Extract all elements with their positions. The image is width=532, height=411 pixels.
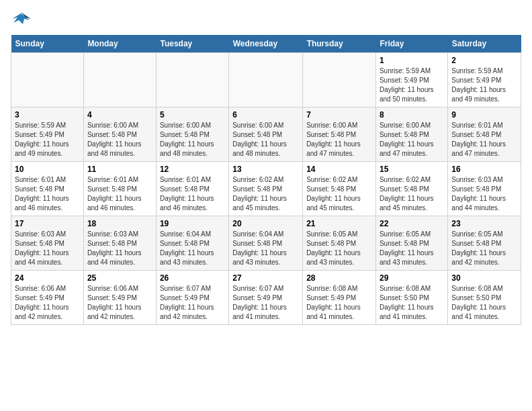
calendar-cell: 26Sunrise: 6:07 AM Sunset: 5:49 PM Dayli…: [156, 271, 228, 325]
calendar-cell: 21Sunrise: 6:05 AM Sunset: 5:48 PM Dayli…: [303, 216, 376, 271]
calendar-cell: 27Sunrise: 6:07 AM Sunset: 5:49 PM Dayli…: [229, 271, 303, 325]
calendar-cell: 11Sunrise: 6:01 AM Sunset: 5:48 PM Dayli…: [83, 162, 156, 216]
day-info: Sunrise: 6:01 AM Sunset: 5:48 PM Dayligh…: [87, 175, 152, 213]
day-number: 17: [15, 219, 80, 228]
weekday-header: Thursday: [303, 35, 376, 53]
calendar-cell: 10Sunrise: 6:01 AM Sunset: 5:48 PM Dayli…: [11, 162, 84, 216]
day-number: 15: [380, 165, 444, 174]
day-number: 29: [380, 273, 444, 283]
day-info: Sunrise: 5:59 AM Sunset: 5:49 PM Dayligh…: [380, 66, 444, 104]
day-number: 22: [380, 219, 444, 228]
calendar-cell: [11, 53, 84, 107]
page-header: [11, 11, 521, 27]
day-number: 19: [160, 219, 225, 228]
calendar-cell: [229, 53, 303, 107]
day-number: 27: [232, 273, 299, 283]
day-info: Sunrise: 6:04 AM Sunset: 5:48 PM Dayligh…: [232, 230, 299, 267]
day-info: Sunrise: 6:03 AM Sunset: 5:48 PM Dayligh…: [451, 175, 517, 213]
day-number: 1: [380, 56, 444, 65]
day-info: Sunrise: 6:07 AM Sunset: 5:49 PM Dayligh…: [160, 284, 225, 322]
day-number: 3: [15, 110, 80, 120]
calendar-table: SundayMondayTuesdayWednesdayThursdayFrid…: [11, 35, 521, 325]
day-number: 25: [87, 273, 152, 283]
calendar-cell: 8Sunrise: 6:00 AM Sunset: 5:48 PM Daylig…: [375, 107, 447, 162]
day-info: Sunrise: 6:07 AM Sunset: 5:49 PM Dayligh…: [232, 284, 299, 322]
svg-marker-0: [12, 13, 30, 24]
day-number: 26: [160, 273, 225, 283]
calendar-cell: 20Sunrise: 6:04 AM Sunset: 5:48 PM Dayli…: [229, 216, 303, 271]
day-info: Sunrise: 6:06 AM Sunset: 5:49 PM Dayligh…: [15, 284, 80, 322]
day-number: 2: [451, 56, 517, 65]
weekday-header: Wednesday: [229, 35, 303, 53]
day-number: 7: [306, 110, 372, 120]
calendar-cell: 29Sunrise: 6:08 AM Sunset: 5:50 PM Dayli…: [375, 271, 447, 325]
day-info: Sunrise: 5:59 AM Sunset: 5:49 PM Dayligh…: [451, 66, 517, 104]
calendar-cell: 25Sunrise: 6:06 AM Sunset: 5:49 PM Dayli…: [83, 271, 156, 325]
calendar-cell: 12Sunrise: 6:01 AM Sunset: 5:48 PM Dayli…: [156, 162, 228, 216]
day-info: Sunrise: 6:08 AM Sunset: 5:50 PM Dayligh…: [380, 284, 444, 322]
day-info: Sunrise: 6:00 AM Sunset: 5:48 PM Dayligh…: [232, 121, 299, 158]
day-info: Sunrise: 6:05 AM Sunset: 5:48 PM Dayligh…: [451, 230, 517, 267]
day-info: Sunrise: 6:02 AM Sunset: 5:48 PM Dayligh…: [306, 175, 372, 213]
calendar-cell: 16Sunrise: 6:03 AM Sunset: 5:48 PM Dayli…: [448, 162, 521, 216]
calendar-cell: 6Sunrise: 6:00 AM Sunset: 5:48 PM Daylig…: [229, 107, 303, 162]
day-info: Sunrise: 6:03 AM Sunset: 5:48 PM Dayligh…: [15, 230, 80, 267]
day-number: 30: [451, 273, 517, 283]
calendar-cell: 7Sunrise: 6:00 AM Sunset: 5:48 PM Daylig…: [303, 107, 376, 162]
day-number: 20: [232, 219, 299, 228]
calendar-cell: 15Sunrise: 6:02 AM Sunset: 5:48 PM Dayli…: [375, 162, 447, 216]
day-number: 14: [306, 165, 372, 174]
day-number: 11: [87, 165, 152, 174]
day-number: 5: [160, 110, 225, 120]
day-info: Sunrise: 6:08 AM Sunset: 5:49 PM Dayligh…: [306, 284, 372, 322]
day-number: 24: [15, 273, 80, 283]
calendar-cell: [303, 53, 376, 107]
day-info: Sunrise: 6:01 AM Sunset: 5:48 PM Dayligh…: [160, 175, 225, 213]
calendar-cell: 28Sunrise: 6:08 AM Sunset: 5:49 PM Dayli…: [303, 271, 376, 325]
calendar-cell: 9Sunrise: 6:01 AM Sunset: 5:48 PM Daylig…: [448, 107, 521, 162]
day-info: Sunrise: 6:04 AM Sunset: 5:48 PM Dayligh…: [160, 230, 225, 267]
day-number: 9: [451, 110, 517, 120]
calendar-cell: 18Sunrise: 6:03 AM Sunset: 5:48 PM Dayli…: [83, 216, 156, 271]
day-info: Sunrise: 6:00 AM Sunset: 5:48 PM Dayligh…: [306, 121, 372, 158]
calendar-cell: 30Sunrise: 6:08 AM Sunset: 5:50 PM Dayli…: [448, 271, 521, 325]
calendar-cell: 3Sunrise: 5:59 AM Sunset: 5:49 PM Daylig…: [11, 107, 84, 162]
day-info: Sunrise: 6:01 AM Sunset: 5:48 PM Dayligh…: [15, 175, 80, 213]
calendar-cell: 1Sunrise: 5:59 AM Sunset: 5:49 PM Daylig…: [375, 53, 447, 107]
day-number: 28: [306, 273, 372, 283]
calendar-cell: 4Sunrise: 6:00 AM Sunset: 5:48 PM Daylig…: [83, 107, 156, 162]
weekday-header: Friday: [375, 35, 447, 53]
day-info: Sunrise: 6:06 AM Sunset: 5:49 PM Dayligh…: [87, 284, 152, 322]
calendar-cell: 19Sunrise: 6:04 AM Sunset: 5:48 PM Dayli…: [156, 216, 228, 271]
calendar-cell: [83, 53, 156, 107]
calendar-cell: 13Sunrise: 6:02 AM Sunset: 5:48 PM Dayli…: [229, 162, 303, 216]
day-info: Sunrise: 6:05 AM Sunset: 5:48 PM Dayligh…: [306, 230, 372, 267]
day-number: 16: [451, 165, 517, 174]
weekday-header: Saturday: [448, 35, 521, 53]
day-info: Sunrise: 6:00 AM Sunset: 5:48 PM Dayligh…: [160, 121, 225, 158]
calendar-cell: 5Sunrise: 6:00 AM Sunset: 5:48 PM Daylig…: [156, 107, 228, 162]
day-info: Sunrise: 6:02 AM Sunset: 5:48 PM Dayligh…: [380, 175, 444, 213]
day-number: 18: [87, 219, 152, 228]
calendar-cell: 2Sunrise: 5:59 AM Sunset: 5:49 PM Daylig…: [448, 53, 521, 107]
day-number: 13: [232, 165, 299, 174]
day-info: Sunrise: 6:00 AM Sunset: 5:48 PM Dayligh…: [87, 121, 152, 158]
day-info: Sunrise: 5:59 AM Sunset: 5:49 PM Dayligh…: [15, 121, 80, 158]
calendar-cell: 17Sunrise: 6:03 AM Sunset: 5:48 PM Dayli…: [11, 216, 84, 271]
calendar-cell: 22Sunrise: 6:05 AM Sunset: 5:48 PM Dayli…: [375, 216, 447, 271]
weekday-header: Tuesday: [156, 35, 228, 53]
day-number: 23: [451, 219, 517, 228]
calendar-cell: 14Sunrise: 6:02 AM Sunset: 5:48 PM Dayli…: [303, 162, 376, 216]
logo: [11, 11, 34, 27]
day-number: 4: [87, 110, 152, 120]
day-number: 12: [160, 165, 225, 174]
day-number: 6: [232, 110, 299, 120]
calendar-cell: [156, 53, 228, 107]
day-number: 10: [15, 165, 80, 174]
day-info: Sunrise: 6:03 AM Sunset: 5:48 PM Dayligh…: [87, 230, 152, 267]
day-number: 21: [306, 219, 372, 228]
calendar-cell: 24Sunrise: 6:06 AM Sunset: 5:49 PM Dayli…: [11, 271, 84, 325]
logo-icon: [11, 11, 31, 27]
day-info: Sunrise: 6:00 AM Sunset: 5:48 PM Dayligh…: [380, 121, 444, 158]
weekday-header: Monday: [83, 35, 156, 53]
